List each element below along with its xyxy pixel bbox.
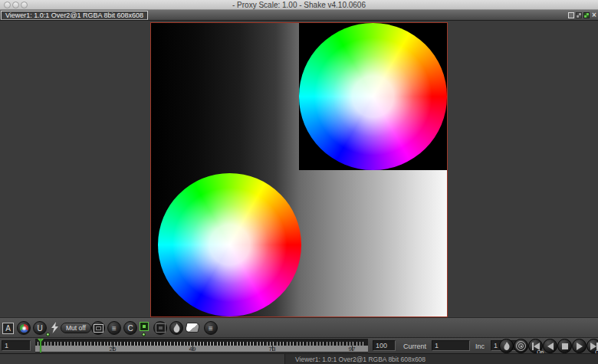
flame-icon (172, 323, 181, 333)
viewer-toolbar: A U Mut off ≡ C (0, 317, 598, 337)
color-wheel-icon (20, 324, 28, 333)
triangle-right-icon (577, 343, 583, 350)
composite-image[interactable] (150, 22, 448, 317)
ruler-label-97: 97 (349, 346, 356, 353)
viewer-frame-button[interactable] (91, 321, 105, 335)
colorwheel-black-square (299, 23, 447, 170)
menu-lines-icon: ≡ (209, 324, 213, 333)
playhead-line (40, 339, 41, 353)
time-bar: 25 49 73 97 Current Inc On (0, 337, 598, 353)
shake-window: - Proxy Scale: 1.00 - Shake v4.10.0606 V… (0, 0, 598, 364)
seek-end-button[interactable]: On (586, 339, 598, 353)
current-frame-field[interactable] (432, 340, 470, 351)
titlebar: - Proxy Scale: 1.00 - Shake v4.10.0606 (0, 0, 598, 10)
radar-icon (516, 341, 526, 351)
ruler-label-49: 49 (189, 346, 196, 353)
roi-icon (156, 323, 166, 333)
paint-button[interactable] (186, 323, 199, 333)
ruler-label-25: 25 (110, 346, 117, 353)
mute-toggle-button[interactable]: Mut off (61, 323, 91, 333)
render-update-button[interactable] (49, 321, 60, 335)
playhead[interactable] (38, 339, 43, 353)
viewer-grid-icon[interactable] (576, 12, 582, 18)
colorwheel-bottom-left (158, 173, 301, 316)
update-region-button[interactable] (140, 322, 149, 331)
start-frame-field[interactable] (2, 340, 31, 351)
status-left-panel (0, 354, 285, 364)
end-frame-field[interactable] (373, 340, 396, 351)
viewer-update-icon[interactable] (583, 12, 590, 18)
ruler-label-73: 73 (269, 346, 276, 353)
close-viewer-icon[interactable]: × (590, 12, 598, 18)
viewer-canvas[interactable] (0, 21, 598, 317)
colorwheel-top-right (299, 23, 447, 170)
flipbook-button[interactable] (169, 321, 183, 335)
flipbook-render-button[interactable] (499, 339, 514, 353)
flame-icon (503, 342, 511, 351)
timeline-ruler[interactable]: 25 49 73 97 (35, 339, 368, 353)
update-led (46, 333, 50, 336)
current-label: Current (403, 343, 426, 350)
paint-icon (185, 323, 201, 333)
triangle-left-icon (547, 343, 554, 350)
frame-icon (94, 324, 104, 333)
ruler-ticks (38, 342, 366, 346)
detach-viewer-icon[interactable] (568, 12, 574, 18)
viewer-lookup-button[interactable]: C (123, 321, 137, 335)
roi-button[interactable] (153, 321, 167, 335)
a-buffer-button[interactable]: A (2, 323, 14, 334)
window-title: - Proxy Scale: 1.00 - Shake v4.10.0606 (0, 1, 598, 9)
viewer-menu-button[interactable]: ≡ (204, 321, 218, 335)
play-forward-button[interactable] (572, 339, 586, 353)
inc-label: Inc (475, 343, 485, 350)
status-bar: Viewer1: 1.0:1 Over2@1 RGBA 8bit 608x608 (0, 353, 598, 364)
ruler-band (35, 346, 368, 352)
stop-button[interactable] (557, 339, 572, 353)
stop-icon (562, 343, 568, 349)
triangle-right-icon (590, 343, 596, 350)
region-led (142, 333, 146, 336)
bar-icon (596, 343, 598, 350)
play-reverse-button[interactable] (543, 339, 557, 353)
channel-display-button[interactable] (17, 321, 31, 335)
seek-start-button[interactable]: On (528, 339, 543, 353)
status-text: Viewer1: 1.0:1 Over2@1 RGBA 8bit 608x608 (295, 356, 426, 363)
viewer-tab[interactable]: Viewer1: 1.0:1 Over2@1 RGBA 8bit 608x608 (1, 11, 148, 20)
green-region-icon (140, 322, 149, 331)
update-mode-button[interactable]: U (33, 321, 47, 335)
lightning-icon (51, 322, 59, 334)
compare-button[interactable]: ≡ (107, 321, 121, 335)
viewer-tab-bar: Viewer1: 1.0:1 Over2@1 RGBA 8bit 608x608… (0, 10, 598, 21)
render-radar-button[interactable] (514, 339, 528, 353)
compare-lines-icon: ≡ (112, 324, 117, 333)
triangle-left-icon (534, 343, 540, 350)
